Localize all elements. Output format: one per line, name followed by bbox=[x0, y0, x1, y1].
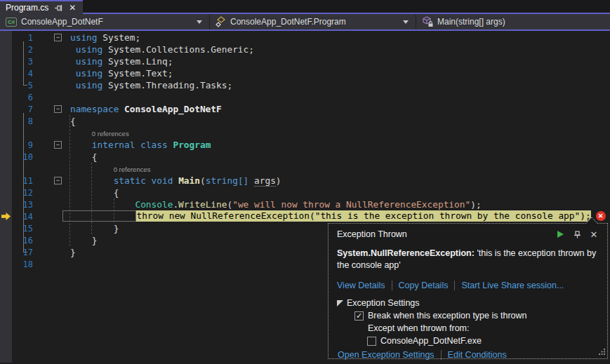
collapse-region-icon[interactable]: − bbox=[54, 177, 62, 184]
code-text[interactable]: namespace ConsoleApp_DotNetF bbox=[70, 103, 610, 115]
current-statement-arrow-icon bbox=[1, 213, 11, 220]
view-details-link[interactable]: View Details bbox=[337, 281, 385, 290]
private-method-icon bbox=[422, 16, 433, 27]
code-text[interactable]: 0 references bbox=[70, 163, 610, 175]
break-when-thrown-label: Break when this exception type is thrown bbox=[368, 311, 527, 321]
navigation-bar: C# ConsoleApp_DotNetF ConsoleApp_DotNetF… bbox=[0, 14, 610, 31]
line-number: 14 bbox=[12, 212, 34, 222]
code-line: 10 { bbox=[0, 151, 610, 163]
code-text[interactable]: static void Main(string[] args) bbox=[70, 175, 610, 187]
code-line: 1−using System; bbox=[0, 32, 610, 43]
collapse-triangle-icon[interactable] bbox=[337, 300, 343, 306]
line-number: 6 bbox=[12, 93, 34, 102]
chevron-down-icon[interactable] bbox=[403, 20, 409, 24]
csharp-project-icon: C# bbox=[6, 18, 17, 27]
codelens-row: 0 references bbox=[0, 127, 610, 139]
module-exclude-label: ConsoleApp_DotNetF.exe bbox=[380, 336, 482, 346]
open-exception-settings-link[interactable]: Open Exception Settings bbox=[338, 350, 435, 360]
module-exclude-checkbox[interactable] bbox=[367, 337, 376, 346]
code-line: 2 using System.Collections.Generic; bbox=[0, 43, 610, 55]
line-number: 15 bbox=[12, 224, 34, 234]
collapse-region-icon[interactable]: − bbox=[54, 105, 62, 113]
code-text[interactable]: { bbox=[70, 151, 610, 163]
code-line: 4 using System.Text; bbox=[0, 67, 610, 79]
exception-type: System.NullReferenceException: bbox=[337, 248, 475, 258]
line-number: 18 bbox=[12, 259, 34, 269]
code-line: 7−namespace ConsoleApp_DotNetF bbox=[0, 103, 610, 115]
resize-grip[interactable] bbox=[598, 347, 606, 357]
line-number: 3 bbox=[12, 57, 34, 67]
code-line: 8{ bbox=[0, 115, 610, 127]
tab-program-cs[interactable]: Program.cs ✕ bbox=[0, 0, 83, 14]
code-text[interactable]: 0 references bbox=[70, 127, 610, 140]
code-line: 3 using System.Linq; bbox=[0, 55, 610, 67]
line-number: 11 bbox=[12, 176, 34, 186]
code-line: 9− internal class Program bbox=[0, 139, 610, 151]
code-text[interactable]: { bbox=[70, 187, 610, 198]
member-dropdown[interactable]: Main(string[] args) bbox=[416, 14, 610, 29]
tab-strip-filler bbox=[83, 0, 610, 14]
chevron-down-icon[interactable] bbox=[197, 20, 202, 24]
codelens-row: 0 references bbox=[0, 163, 610, 175]
line-number: 1 bbox=[12, 33, 34, 43]
code-text[interactable]: internal class Program bbox=[70, 139, 610, 151]
line-number: 16 bbox=[12, 236, 34, 245]
code-text[interactable]: throw new NullReferenceException("this i… bbox=[70, 210, 610, 222]
project-dropdown-label: ConsoleApp_DotNetF bbox=[21, 17, 192, 27]
popup-title: Exception Thrown bbox=[337, 229, 555, 239]
close-popup-icon[interactable]: ✕ bbox=[589, 229, 599, 239]
code-line: 5 using System.Threading.Tasks; bbox=[0, 79, 610, 91]
type-dropdown[interactable]: ConsoleApp_DotNetF.Program bbox=[210, 14, 416, 29]
line-number: 4 bbox=[12, 69, 34, 79]
collapse-region-icon[interactable]: − bbox=[54, 34, 62, 41]
pin-popup-icon[interactable] bbox=[572, 229, 582, 239]
line-number: 17 bbox=[12, 248, 34, 257]
edit-conditions-link[interactable]: Edit Conditions bbox=[448, 350, 507, 360]
separator bbox=[454, 281, 455, 290]
exception-helper-popup: Exception Thrown ✕ System.NullReferenceE… bbox=[328, 223, 608, 359]
statement-whitespace-box bbox=[62, 210, 136, 222]
code-line: 12 { bbox=[0, 187, 610, 198]
code-line: 13 Console.WriteLine("we will now throw … bbox=[0, 198, 610, 210]
copy-details-link[interactable]: Copy Details bbox=[399, 281, 449, 290]
type-dropdown-label: ConsoleApp_DotNetF.Program bbox=[230, 17, 399, 27]
line-number: 10 bbox=[12, 152, 34, 162]
line-number: 13 bbox=[12, 200, 34, 210]
code-text[interactable]: { bbox=[70, 115, 610, 127]
code-line: 14 throw new NullReferenceException("thi… bbox=[0, 210, 610, 222]
tab-title: Program.cs bbox=[6, 3, 48, 13]
line-number: 12 bbox=[12, 188, 34, 198]
separator bbox=[392, 281, 392, 290]
except-when-thrown-label: Except when thrown from: bbox=[337, 323, 599, 333]
pin-tab-icon[interactable] bbox=[53, 3, 62, 13]
member-dropdown-label: Main(string[] args) bbox=[437, 17, 604, 27]
line-number: 9 bbox=[12, 140, 34, 150]
class-icon bbox=[216, 16, 226, 27]
exception-statement-highlight[interactable]: throw new NullReferenceException("this i… bbox=[136, 210, 590, 222]
live-share-link[interactable]: Start Live Share session... bbox=[461, 281, 564, 290]
break-when-thrown-checkbox[interactable]: ✓ bbox=[354, 311, 364, 321]
separator bbox=[441, 350, 442, 360]
code-line: 6 bbox=[0, 91, 610, 103]
code-text[interactable]: using System; bbox=[70, 32, 610, 43]
project-dropdown[interactable]: C# ConsoleApp_DotNetF bbox=[0, 14, 209, 29]
close-tab-icon[interactable]: ✕ bbox=[68, 3, 77, 13]
line-number: 8 bbox=[12, 116, 34, 126]
collapse-region-icon[interactable]: − bbox=[54, 141, 62, 149]
exception-error-icon[interactable]: ✕ bbox=[596, 211, 606, 221]
tab-strip: Program.cs ✕ bbox=[0, 0, 610, 14]
code-text[interactable]: using System.Text; bbox=[70, 67, 610, 79]
exception-settings-header: Exception Settings bbox=[347, 298, 420, 308]
code-line: 11− static void Main(string[] args) bbox=[0, 175, 610, 187]
codelens-references[interactable]: 0 references bbox=[92, 130, 129, 137]
line-number: 7 bbox=[12, 105, 34, 114]
continue-execution-icon[interactable] bbox=[555, 229, 565, 239]
code-text[interactable]: using System.Linq; bbox=[70, 55, 610, 67]
line-number: 5 bbox=[12, 81, 34, 90]
code-text[interactable]: using System.Threading.Tasks; bbox=[70, 79, 610, 91]
exception-message: System.NullReferenceException: 'this is … bbox=[337, 248, 602, 271]
line-number: 2 bbox=[12, 45, 34, 55]
code-text[interactable]: using System.Collections.Generic; bbox=[70, 43, 610, 55]
code-text[interactable]: Console.WriteLine("we will now throw a N… bbox=[70, 198, 610, 210]
codelens-references[interactable]: 0 references bbox=[114, 166, 151, 173]
